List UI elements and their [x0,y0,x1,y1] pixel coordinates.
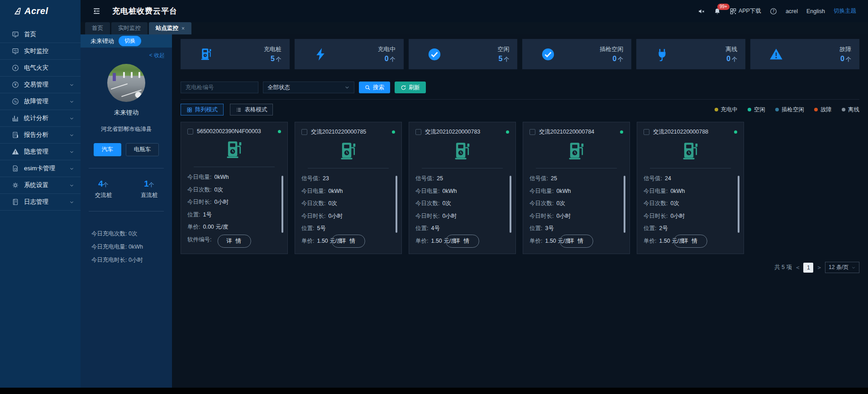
pile-count: 1个 直流桩 [126,179,172,199]
chevron-down-icon [69,200,74,205]
sidebar-item-esim[interactable]: esim卡管理 [0,160,81,177]
detail-button[interactable]: 详 情 [673,235,707,248]
legend-dot [775,108,779,111]
page-title: 充电桩收费云平台 [112,6,177,16]
sidebar-item-label: esim卡管理 [24,164,55,173]
log-icon [12,198,19,206]
card-scrollbar[interactable] [738,176,739,233]
chevron-down-icon [69,82,74,87]
theme-switch-link[interactable]: 切换主题 [834,7,856,15]
username[interactable]: acrel [786,8,798,14]
refresh-button[interactable]: 刷新 [395,82,426,93]
detail-button[interactable]: 详 情 [331,235,365,248]
sidebar-item-label: 交易管理 [24,81,48,89]
detail-button[interactable]: 详 情 [559,235,593,248]
chevron-down-icon [69,166,74,171]
status-dot [278,130,281,133]
filter-row: 全部状态 搜索 刷新 [181,82,859,100]
status-dot [620,130,623,134]
report-icon [12,131,19,139]
charger-field-row: 今日电量:0kWh [529,185,623,198]
mute-speaker-icon[interactable] [698,8,705,15]
view-mode-table[interactable]: 表格模式 [230,104,273,115]
collapse-panel-link[interactable]: < 收起 [81,48,172,59]
station-strip-name: 未来锂动 [91,37,114,45]
legend-label: 充电中 [721,106,738,114]
next-page-button[interactable]: > [817,264,821,271]
charger-checkbox[interactable] [187,129,193,135]
sidebar-item-label: 故障管理 [24,97,48,106]
detail-button[interactable]: 详 情 [445,235,479,248]
legend-item: 空闲 [748,106,765,114]
charger-field-row: 单价:0.00 元/度 [187,221,281,234]
charger-field-row: 今日次数:0次 [644,197,737,210]
switch-station-button[interactable]: 切换 [119,36,141,46]
language-switch[interactable]: English [806,8,825,14]
view-mode-grid[interactable]: 阵列模式 [181,104,224,115]
charging-pile-icon [339,141,358,162]
vehicle-type-button[interactable]: 电瓶车 [126,143,159,156]
stat-card: 故障 0个 [750,39,859,69]
sidebar-item-logs[interactable]: 日志管理 [0,194,81,211]
tab-close-icon[interactable]: × [181,25,185,32]
charger-id: 565002002390N4F00003 [197,128,261,135]
tab-bar: 首页 实时监控 站点监控 × [81,22,868,34]
app-download-button[interactable]: APP下载 [730,7,761,15]
detail-button[interactable]: 详 情 [217,235,251,248]
sidebar-item-statistics[interactable]: 统计分析 [0,110,81,127]
chevron-down-icon [344,85,350,90]
app-download-label: APP下载 [739,7,761,15]
charger-card: 交流20210220000785 信号值:23 今日电量:0kWh [295,122,402,254]
today-stats: 今日充电次数: 0次 今日充电电量: 0kWh 今日充电时长: 0小时 [91,227,172,267]
current-page[interactable]: 1 [803,263,813,273]
charger-checkbox[interactable] [301,129,307,135]
pulse-icon [12,48,19,55]
notification-badge: 99+ [717,4,730,10]
notifications-button[interactable]: 99+ [714,8,721,15]
sidebar-item-settings[interactable]: 系统设置 [0,177,81,194]
legend-dot [748,108,751,111]
stat-cards-row: 充电桩 5个 充电中 0个 [181,39,859,69]
legend-dot [715,108,718,111]
tab-realtime-monitor[interactable]: 实时监控 [111,22,148,34]
sidebar-item-realtime[interactable]: 实时监控 [0,43,81,60]
stat-label: 离线 [725,45,737,53]
gun-number-input[interactable] [181,82,258,93]
search-button[interactable]: 搜索 [359,82,390,93]
sidebar-item-transactions[interactable]: 交易管理 [0,77,81,93]
charger-checkbox[interactable] [644,129,649,135]
sidebar-item-electric-fire[interactable]: 电气火灾 [0,60,81,77]
photo-360-badge[interactable] [135,91,142,98]
legend-item: 离线 [842,106,859,114]
card-scrollbar[interactable] [281,176,283,233]
collapse-sidebar-icon[interactable] [92,7,101,15]
sidebar-item-label: 隐患管理 [24,148,48,156]
status-select[interactable]: 全部状态 [263,82,354,93]
pile-count: 4个 交流桩 [81,179,126,199]
sidebar-item-reports[interactable]: 报告分析 [0,127,81,144]
status-dot [392,130,395,134]
card-scrollbar[interactable] [396,176,397,233]
tab-station-monitor[interactable]: 站点监控 × [149,22,191,34]
page-size-select[interactable]: 12 条/页 [825,262,859,273]
today-stat-row: 今日充电次数: 0次 [91,227,172,240]
station-address: 河北省邯郸市临漳县 [81,125,172,133]
card-scrollbar[interactable] [624,176,625,233]
prev-page-button[interactable]: < [796,264,800,271]
vehicle-type-button[interactable]: 汽车 [94,143,121,156]
tab-home[interactable]: 首页 [85,22,110,34]
legend-label: 空闲 [754,106,765,114]
help-icon[interactable] [770,8,777,15]
stat-card: 充电桩 5个 [181,39,290,69]
card-scrollbar[interactable] [510,176,511,233]
today-stat-row: 今日充电电量: 0kWh [91,240,172,254]
fire-icon [12,64,19,72]
station-panel: 未来锂动 切换 < 收起 未来锂动 河北省邯郸市临漳县 汽车 [81,34,172,388]
charger-checkbox[interactable] [529,129,535,135]
chevron-down-icon [69,149,74,154]
grid-icon [186,107,192,113]
sidebar-item-faults[interactable]: 故障管理 [0,93,81,110]
sidebar-item-hazards[interactable]: 隐患管理 [0,144,81,160]
charger-checkbox[interactable] [415,129,421,135]
sidebar-item-home[interactable]: 首页 [0,26,81,43]
